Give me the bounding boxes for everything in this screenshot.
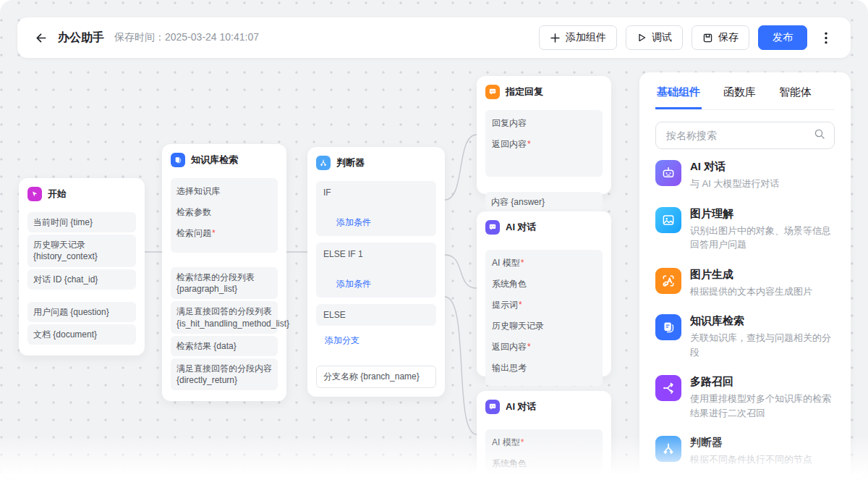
output-field: 内容 {answer} — [485, 192, 603, 212]
component-name: 判断器 — [690, 436, 812, 450]
else-branch: ELSE — [316, 304, 436, 326]
input-group: 回复内容 返回内容* — [485, 110, 603, 177]
output-field: 满足直接回答的分段内容 {directly_return} — [171, 358, 278, 390]
component-library-panel: 基础组件 函数库 智能体 AI 对话 与 AI 大模型进行对话 图片理 — [639, 72, 851, 480]
component-item-judge[interactable]: 判断器 根据不同条件执行不同的节点 — [655, 428, 835, 475]
node-knowledge-search[interactable]: 知识库检索 选择知识库 检索参数 检索问题* 检索结果的分段列表 {paragr… — [162, 144, 286, 401]
node-title: 开始 — [48, 188, 67, 201]
component-desc: 与 AI 大模型进行对话 — [690, 177, 780, 191]
component-item-image-generation[interactable]: 图片生成 根据提供的文本内容生成图片 — [655, 260, 835, 307]
elseif-label: ELSE IF 1 — [323, 249, 429, 259]
image-understand-icon — [655, 207, 681, 233]
node-judge[interactable]: 判断器 IF 添加条件 ELSE IF 1 添加条件 ELSE 添加分支 分支名… — [307, 147, 445, 397]
panel-tabs: 基础组件 函数库 智能体 — [655, 77, 835, 110]
field: 提示词* — [492, 299, 596, 311]
page-title: 办公助手 — [58, 30, 104, 46]
add-component-button[interactable]: 添加组件 — [539, 25, 617, 50]
required-asterisk: * — [519, 300, 522, 310]
component-item-specified-reply[interactable]: 指定回复 指定回复内容，引用变量会转换为字符串 — [655, 475, 835, 480]
field: AI 模型* — [492, 257, 596, 269]
elseif-branch: ELSE IF 1 添加条件 — [316, 243, 436, 298]
field: 历史聊天记录 {history_context} — [27, 235, 136, 266]
field: 输出思考 — [492, 362, 596, 374]
node-title: AI 对话 — [506, 400, 537, 413]
node-title: 知识库检索 — [191, 153, 238, 167]
save-button[interactable]: 保存 — [692, 25, 749, 50]
node-specified-reply[interactable]: 指定回复 回复内容 返回内容* 内容 {answer} — [477, 76, 611, 194]
save-time-label: 保存时间：2025-03-24 10:41:07 — [114, 31, 259, 44]
required-asterisk: * — [212, 228, 216, 238]
judge-icon — [655, 436, 681, 462]
ai-chat-icon — [485, 220, 500, 235]
component-name: 多路召回 — [690, 375, 835, 389]
toolbar-actions: 添加组件 调试 保存 发布 — [539, 25, 836, 50]
component-item-ai-chat[interactable]: AI 对话 与 AI 大模型进行对话 — [655, 152, 835, 199]
top-toolbar: 办公助手 保存时间：2025-03-24 10:41:07 添加组件 调试 保存… — [17, 17, 851, 58]
save-icon — [702, 33, 713, 43]
component-desc: 使用重排模型对多个知识库的检索结果进行二次召回 — [690, 392, 835, 420]
component-item-knowledge-search[interactable]: 知识库检索 关联知识库，查找与问题相关的分段 — [655, 306, 835, 367]
output-field: 检索结果的分段列表 {paragraph_list} — [171, 267, 278, 299]
if-label: IF — [323, 188, 429, 198]
tab-agents[interactable]: 智能体 — [778, 77, 813, 109]
component-desc: 关联知识库，查找与问题相关的分段 — [690, 331, 835, 359]
component-desc: 根据不同条件执行不同的节点 — [690, 452, 812, 467]
component-name: 知识库检索 — [690, 314, 835, 328]
add-branch-link[interactable]: 添加分支 — [325, 334, 359, 347]
component-desc: 根据提供的文本内容生成图片 — [690, 285, 812, 299]
component-name: 图片理解 — [690, 207, 835, 221]
field: 系统角色 — [492, 458, 596, 470]
input-group: AI 模型* 系统角色 提示词* 历史聊天记录 返回内容* 输出思考 — [485, 250, 603, 386]
workflow-editor: 办公助手 保存时间：2025-03-24 10:41:07 添加组件 调试 保存… — [0, 0, 868, 480]
branch-name-field: 分支名称 {branch_name} — [316, 366, 436, 388]
field: 文档 {document} — [27, 324, 136, 345]
play-icon — [637, 33, 647, 43]
input-group: 选择知识库 检索参数 检索问题* — [171, 178, 278, 253]
field: 检索问题* — [176, 227, 272, 240]
field: 当前时间 {time} — [27, 212, 136, 232]
component-item-multi-recall[interactable]: 多路召回 使用重排模型对多个知识库的检索结果进行二次召回 — [655, 367, 835, 428]
field: 对话 ID {chat_id} — [27, 269, 136, 290]
judge-icon — [316, 156, 331, 170]
field: 系统角色 — [492, 278, 596, 290]
tab-function-library[interactable]: 函数库 — [722, 77, 757, 109]
required-asterisk: * — [521, 437, 524, 447]
publish-button[interactable]: 发布 — [758, 25, 807, 50]
component-name: AI 对话 — [690, 160, 780, 174]
tab-basic-components[interactable]: 基础组件 — [655, 77, 702, 109]
node-ai-chat[interactable]: AI 对话 AI 模型* 系统角色 提示词* — [477, 391, 611, 480]
more-menu-icon[interactable] — [816, 25, 836, 50]
field: AI 模型* — [492, 437, 596, 449]
node-title: 判断器 — [336, 156, 365, 169]
node-title: AI 对话 — [506, 221, 537, 234]
node-title: 指定回复 — [506, 85, 543, 98]
output-field: 满足直接回答的分段列表 {is_hit_handling_method_list… — [171, 301, 278, 333]
ai-chat-icon — [655, 160, 681, 186]
node-start[interactable]: 开始 当前时间 {time} 历史聊天记录 {history_context} … — [19, 178, 145, 355]
if-branch: IF 添加条件 — [316, 181, 436, 236]
component-desc: 识别出图片中的对象、场景等信息回答用户问题 — [690, 224, 835, 252]
field: 返回内容* — [492, 341, 596, 353]
search-input[interactable] — [665, 129, 808, 142]
else-label: ELSE — [323, 310, 429, 320]
knowledge-icon — [655, 314, 681, 340]
back-icon[interactable] — [32, 29, 49, 46]
required-asterisk: * — [521, 258, 524, 268]
field: 选择知识库 — [176, 185, 272, 198]
image-generate-icon — [655, 268, 681, 294]
add-condition-link[interactable]: 添加条件 — [336, 216, 371, 229]
node-ai-chat[interactable]: AI 对话 AI 模型* 系统角色 提示词* 历史聊天记录 返回内容* 输出思考 — [477, 211, 611, 376]
search-box[interactable] — [655, 122, 835, 149]
plus-icon — [550, 33, 561, 43]
field: 回复内容 — [492, 117, 596, 130]
required-asterisk: * — [527, 139, 531, 149]
knowledge-icon — [171, 153, 185, 167]
component-item-image-understanding[interactable]: 图片理解 识别出图片中的对象、场景等信息回答用户问题 — [655, 199, 835, 260]
add-condition-link[interactable]: 添加条件 — [336, 278, 371, 290]
component-name: 图片生成 — [690, 268, 812, 282]
field: 历史聊天记录 — [492, 320, 596, 332]
start-icon — [27, 187, 42, 201]
field: 用户问题 {question} — [27, 302, 136, 322]
reply-icon — [485, 85, 500, 99]
debug-button[interactable]: 调试 — [626, 25, 683, 50]
